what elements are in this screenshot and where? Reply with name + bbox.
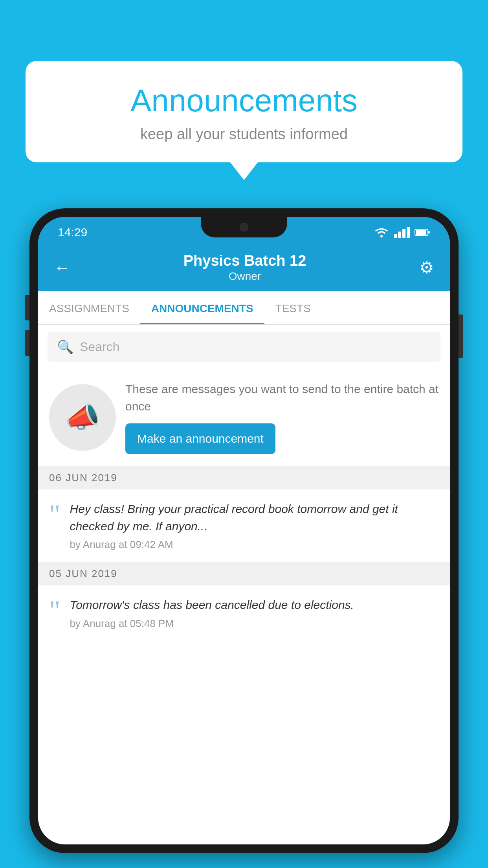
promo-block: 📣 These are messages you want to send to… [38, 369, 450, 466]
search-icon: 🔍 [57, 339, 73, 355]
announcement-content-1: Hey class! Bring your practical record b… [70, 500, 439, 551]
wifi-icon [374, 227, 389, 238]
quote-icon-2: " [49, 600, 61, 622]
settings-icon[interactable]: ⚙ [419, 258, 434, 277]
volume-up-button [25, 295, 29, 320]
speech-bubble-pointer [230, 162, 258, 180]
speech-bubble-title: Announcements [49, 83, 439, 119]
tabs-bar: ASSIGNMENTS ANNOUNCEMENTS TESTS [38, 291, 450, 325]
search-container: 🔍 Search [38, 325, 450, 369]
svg-point-0 [380, 235, 383, 237]
phone-frame: 14:29 [29, 208, 459, 853]
announcement-meta-2: by Anurag at 05:48 PM [70, 618, 439, 630]
status-time: 14:29 [58, 226, 87, 239]
batch-role: Owner [183, 270, 306, 283]
announcement-icon-circle: 📣 [49, 384, 116, 451]
promo-description: These are messages you want to send to t… [125, 381, 439, 415]
back-button[interactable]: ← [54, 258, 70, 277]
speech-bubble-wrapper: Announcements keep all your students inf… [26, 61, 462, 180]
header-title-block: Physics Batch 12 Owner [183, 252, 306, 283]
megaphone-icon: 📣 [65, 401, 100, 434]
announcement-item-2[interactable]: " Tomorrow's class has been cancelled du… [38, 585, 450, 641]
svg-rect-2 [428, 231, 430, 234]
batch-title: Physics Batch 12 [183, 252, 306, 269]
power-button [459, 314, 463, 358]
tab-assignments[interactable]: ASSIGNMENTS [38, 291, 140, 324]
announcement-text-1: Hey class! Bring your practical record b… [70, 500, 439, 535]
make-announcement-button[interactable]: Make an announcement [125, 423, 275, 454]
tab-tests[interactable]: TESTS [264, 291, 322, 324]
front-camera [240, 223, 248, 232]
quote-icon-1: " [49, 504, 61, 526]
volume-down-button [25, 330, 29, 356]
svg-rect-3 [416, 230, 426, 235]
search-input-wrap[interactable]: 🔍 Search [48, 332, 440, 362]
announcement-content-2: Tomorrow's class has been cancelled due … [70, 596, 439, 630]
search-placeholder: Search [80, 340, 119, 354]
speech-bubble-subtitle: keep all your students informed [49, 126, 439, 143]
status-icons [374, 227, 430, 238]
announcement-item-1[interactable]: " Hey class! Bring your practical record… [38, 489, 450, 562]
phone-wrapper: 14:29 [29, 208, 459, 868]
phone-screen: 14:29 [38, 217, 450, 844]
promo-right: These are messages you want to send to t… [125, 381, 439, 454]
battery-icon [415, 228, 430, 237]
app-header: ← Physics Batch 12 Owner ⚙ [38, 245, 450, 291]
speech-bubble: Announcements keep all your students inf… [26, 61, 462, 162]
signal-icon [394, 227, 410, 238]
phone-notch [201, 217, 287, 237]
announcement-meta-1: by Anurag at 09:42 AM [70, 539, 439, 551]
date-separator-2: 05 JUN 2019 [38, 562, 450, 585]
tab-announcements[interactable]: ANNOUNCEMENTS [140, 291, 264, 324]
announcement-text-2: Tomorrow's class has been cancelled due … [70, 596, 439, 614]
date-separator-1: 06 JUN 2019 [38, 466, 450, 489]
